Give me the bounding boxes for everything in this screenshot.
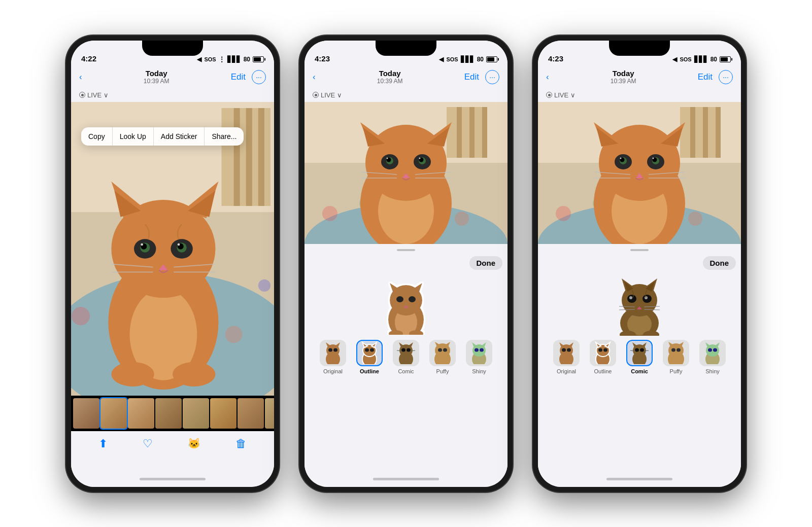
sticker-style-outline-2[interactable]: Outline (356, 340, 383, 374)
thumb-item-2[interactable] (100, 398, 127, 429)
home-indicator-1 (71, 472, 274, 487)
photo-area-1[interactable]: Copy Look Up Add Sticker Share... (71, 102, 274, 396)
home-indicator-3 (538, 472, 741, 487)
share-button-1[interactable]: ⬆ (98, 437, 108, 450)
live-bar-2: LIVE ∨ (304, 88, 507, 102)
sticker-style-comic-3[interactable]: Comic (626, 340, 653, 374)
sticker-thumb-comic-2 (393, 340, 419, 366)
done-button-2[interactable]: Done (469, 256, 503, 270)
sticker-thumb-puffy-3 (663, 340, 689, 366)
svg-rect-35 (447, 107, 487, 158)
notch-1 (142, 41, 203, 56)
done-button-3[interactable]: Done (703, 256, 736, 270)
sticker-style-shiny-2[interactable]: Shiny (466, 340, 492, 374)
sticker-style-puffy-2[interactable]: Puffy (429, 340, 456, 374)
svg-rect-109 (703, 107, 708, 158)
phone-2: 4:23 ◀ SOS ▋▋▋ 80 ‹ Today 10 (299, 36, 513, 492)
back-button-3[interactable]: ‹ (546, 72, 549, 82)
svg-point-84 (370, 348, 374, 352)
location-icon-3: ◀ (672, 56, 677, 63)
sticker-thumb-cat-puffy-3 (666, 341, 686, 364)
thumb-item-5[interactable] (183, 398, 209, 429)
sticker-thumb-outline-3 (590, 340, 616, 366)
thumb-item-3[interactable] (128, 398, 154, 429)
sticker-cat-svg-3 (612, 272, 667, 336)
more-button-3[interactable]: ··· (719, 70, 733, 84)
sticker-style-outline-3[interactable]: Outline (590, 340, 616, 374)
battery-icon-2 (486, 56, 497, 62)
battery-fill-3 (721, 57, 728, 61)
sticker-style-puffy-3[interactable]: Puffy (663, 340, 689, 374)
done-row-3: Done (543, 256, 736, 270)
back-button-2[interactable]: ‹ (313, 72, 316, 82)
status-bar-1: 4:22 ◀ SOS ⋮ ▋▋▋ 80 (71, 41, 274, 66)
cat-button-1[interactable]: 🐱 (188, 437, 200, 449)
svg-point-157 (562, 348, 566, 352)
photo-area-2[interactable] (304, 102, 507, 244)
nav-title-main-3: Today (611, 69, 636, 78)
thumb-item-1[interactable] (73, 398, 99, 429)
phone-3-screen: 4:23 ◀ SOS ▋▋▋ 80 ‹ Today 10 (538, 41, 741, 487)
thumb-item-8[interactable] (265, 398, 274, 429)
context-menu-1: Copy Look Up Add Sticker Share... (81, 127, 244, 146)
share-icon-1: ⬆ (98, 437, 108, 450)
context-menu-share[interactable]: Share... (205, 127, 244, 146)
svg-rect-108 (690, 107, 695, 158)
live-badge-1[interactable]: LIVE ∨ (79, 91, 109, 99)
context-menu-copy[interactable]: Copy (81, 127, 113, 146)
sticker-thumb-original-2 (320, 340, 346, 366)
sticker-style-comic-2[interactable]: Comic (393, 340, 419, 374)
svg-marker-162 (605, 342, 610, 347)
svg-point-7 (72, 307, 90, 325)
sticker-style-original-2[interactable]: Original (320, 340, 346, 374)
context-menu-sticker[interactable]: Add Sticker (154, 127, 205, 146)
thumb-item-7[interactable] (238, 398, 264, 429)
live-badge-2[interactable]: LIVE ∨ (313, 91, 342, 99)
status-icons-2: ◀ SOS ▋▋▋ 80 (439, 56, 497, 63)
thumb-item-6[interactable] (210, 398, 236, 429)
svg-point-89 (401, 348, 405, 352)
edit-button-3[interactable]: Edit (698, 72, 713, 82)
status-bar-3: 4:23 ◀ SOS ▋▋▋ 80 (538, 41, 741, 66)
home-bar-1 (140, 478, 206, 480)
phone-comparison: 4:22 ◀ SOS ⋮ ▋▋▋ 80 ‹ Today (66, 36, 746, 492)
photo-area-3[interactable] (538, 102, 741, 244)
phone-2-screen: 4:23 ◀ SOS ▋▋▋ 80 ‹ Today 10 (304, 41, 507, 487)
heart-button-1[interactable]: ♡ (143, 437, 153, 450)
thumb-item-4[interactable] (155, 398, 182, 429)
svg-point-112 (556, 206, 571, 221)
live-dot-inner-3 (548, 94, 551, 96)
location-icon-2: ◀ (439, 56, 444, 63)
sticker-style-shiny-3[interactable]: Shiny (699, 340, 726, 374)
live-dot-1 (79, 92, 85, 98)
nav-bar-1: ‹ Today 10:39 AM Edit ··· (71, 66, 274, 88)
context-menu-lookup[interactable]: Look Up (113, 127, 154, 146)
nav-actions-1: Edit ··· (231, 70, 266, 84)
sticker-style-row-3: Original (543, 340, 736, 379)
trash-button-1[interactable]: 🗑 (235, 437, 247, 450)
edit-button-1[interactable]: Edit (231, 72, 246, 82)
live-dot-inner-2 (315, 94, 317, 96)
sos-label-2: SOS (446, 56, 458, 62)
svg-marker-161 (596, 342, 601, 347)
svg-point-32 (173, 362, 215, 386)
cat-svg-2 (304, 102, 507, 244)
svg-rect-5 (258, 108, 264, 206)
svg-point-77 (328, 348, 332, 352)
sticker-label-shiny-3: Shiny (705, 368, 720, 374)
more-button-1[interactable]: ··· (252, 70, 266, 84)
edit-button-2[interactable]: Edit (464, 72, 479, 82)
svg-point-25 (178, 243, 180, 245)
live-dot-3 (546, 92, 552, 98)
wifi-bars-3: ▋▋▋ (694, 56, 708, 63)
sticker-thumb-cat-outline (359, 341, 380, 364)
more-button-2[interactable]: ··· (485, 70, 499, 84)
home-bar-2 (373, 478, 439, 480)
svg-point-177 (671, 348, 675, 352)
nav-bar-3: ‹ Today 10:39 AM Edit ··· (538, 66, 741, 88)
live-badge-3[interactable]: LIVE ∨ (546, 91, 576, 99)
back-button-1[interactable]: ‹ (79, 72, 82, 82)
sticker-thumb-shiny-2 (466, 340, 492, 366)
svg-point-24 (141, 243, 143, 245)
sticker-style-original-3[interactable]: Original (553, 340, 580, 374)
